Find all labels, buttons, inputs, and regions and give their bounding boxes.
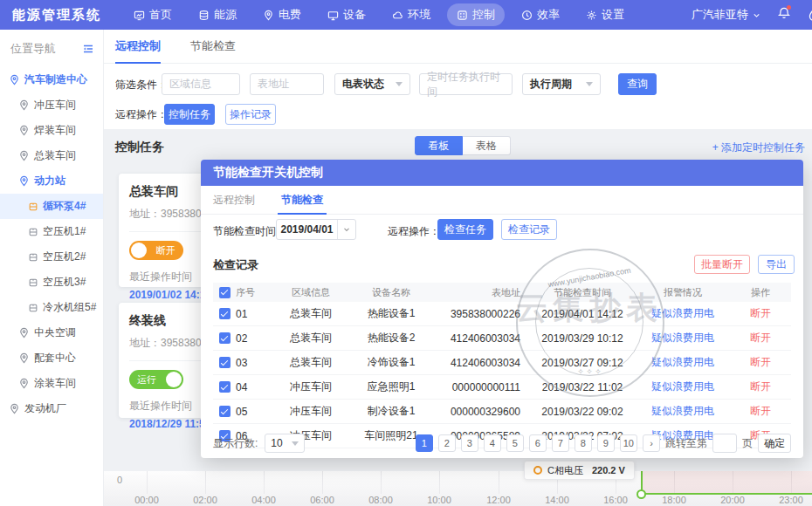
cell-action[interactable]: 断开 bbox=[730, 331, 791, 345]
region-input[interactable]: 区域信息 bbox=[162, 73, 240, 95]
meter-status-select[interactable]: 电表状态 bbox=[334, 73, 410, 95]
chart-tooltip: C相电压 220.2 V bbox=[524, 461, 635, 480]
rows-label: 显示行数: bbox=[213, 436, 258, 451]
power-toggle-off[interactable]: 断开 bbox=[129, 241, 183, 260]
nav-item-home[interactable]: 首页 bbox=[124, 3, 182, 26]
sidebar-item-6[interactable]: 循环泵4# bbox=[0, 194, 103, 219]
nav-item-energy[interactable]: 能源 bbox=[189, 3, 246, 26]
tab-remote-control[interactable]: 远程控制 bbox=[115, 30, 161, 63]
sidebar-item-4[interactable]: 总装车间 bbox=[0, 143, 103, 168]
nav-item-control[interactable]: 控制 bbox=[447, 3, 505, 26]
sidebar-item-12[interactable]: 配套中心 bbox=[0, 345, 103, 371]
location-pin-icon bbox=[9, 403, 20, 414]
notification-bell-icon[interactable] bbox=[777, 6, 791, 24]
water-drop-icon[interactable] bbox=[807, 8, 812, 22]
sidebar-item-7[interactable]: 空压机1# bbox=[0, 219, 103, 244]
sidebar-item-5[interactable]: 动力站 bbox=[0, 168, 103, 194]
nav-item-electricity[interactable]: 电费 bbox=[253, 3, 311, 26]
page-button-9[interactable]: 9 bbox=[597, 434, 615, 452]
tab-energy-check[interactable]: 节能检查 bbox=[190, 30, 236, 63]
gridline bbox=[322, 471, 323, 494]
sidebar-item-label: 配套中心 bbox=[34, 351, 76, 366]
jump-page-input[interactable] bbox=[712, 434, 737, 453]
rows-per-page-select[interactable]: 10 bbox=[265, 434, 305, 453]
modal-tab-saving[interactable]: 节能检查 bbox=[281, 186, 323, 214]
select-all-checkbox[interactable] bbox=[213, 287, 236, 298]
nav-item-label: 能源 bbox=[214, 7, 237, 23]
meter-address-input[interactable]: 表地址 bbox=[250, 73, 324, 95]
home-icon bbox=[134, 10, 145, 21]
cell-action[interactable]: 断开 bbox=[730, 404, 791, 419]
cell-action[interactable]: 断开 bbox=[730, 306, 791, 321]
cell-device: 热能设备2 bbox=[351, 331, 431, 345]
view-board-button[interactable]: 看板 bbox=[415, 136, 463, 155]
next-page-button[interactable]: › bbox=[643, 434, 660, 452]
remote-ops-label: 远程操作： bbox=[115, 107, 168, 122]
page-button-8[interactable]: 8 bbox=[575, 434, 592, 452]
row-checkbox[interactable] bbox=[213, 357, 236, 368]
page-button-4[interactable]: 4 bbox=[484, 434, 501, 452]
page-button-6[interactable]: 6 bbox=[529, 434, 547, 452]
sidebar-item-1[interactable]: 汽车制造中心 bbox=[0, 67, 103, 92]
company-dropdown[interactable]: 广汽菲亚特 bbox=[692, 7, 761, 23]
check-date-select[interactable]: 2019/04/01 bbox=[276, 219, 356, 240]
sidebar-item-10[interactable]: 冷水机组5# bbox=[0, 295, 103, 320]
page-button-1[interactable]: 1 bbox=[416, 434, 433, 452]
series-value: 220.2 V bbox=[592, 465, 625, 475]
cycle-select[interactable]: 执行周期 bbox=[522, 73, 601, 95]
check-task-button[interactable]: 检查任务 bbox=[437, 219, 493, 240]
row-checkbox[interactable] bbox=[213, 381, 236, 393]
add-scheduled-task-link[interactable]: + 添加定时控制任务 bbox=[712, 140, 805, 155]
location-pin-icon bbox=[18, 175, 30, 187]
export-button[interactable]: 导出 bbox=[758, 255, 795, 274]
sidebar-item-11[interactable]: 中央空调 bbox=[0, 320, 103, 345]
page-button-10[interactable]: 10 bbox=[620, 434, 637, 452]
confirm-button[interactable]: 确定 bbox=[758, 434, 791, 453]
sidebar-item-8[interactable]: 空压机2# bbox=[0, 244, 103, 270]
cell-action[interactable]: 断开 bbox=[730, 355, 791, 370]
modal-ops-label: 远程操作： bbox=[388, 224, 440, 239]
settings-icon bbox=[586, 10, 597, 21]
location-tree: 汽车制造中心冲压车间焊装车间总装车间动力站循环泵4#空压机1#空压机2#空压机3… bbox=[0, 67, 103, 421]
sidebar-item-2[interactable]: 冲压车间 bbox=[0, 92, 103, 118]
sidebar-item-13[interactable]: 涂装车间 bbox=[0, 371, 103, 396]
column-header: 表地址 bbox=[431, 286, 529, 299]
control-icon bbox=[457, 10, 468, 21]
sidebar-item-label: 发动机厂 bbox=[24, 401, 66, 416]
page-button-2[interactable]: 2 bbox=[438, 434, 456, 452]
sidebar-title: 位置导航 bbox=[10, 41, 56, 57]
page-button-7[interactable]: 7 bbox=[552, 434, 569, 452]
cell-action[interactable]: 断开 bbox=[730, 380, 791, 394]
batch-disconnect-button[interactable]: 批量断开 bbox=[694, 255, 750, 274]
nav-item-devices[interactable]: 设备 bbox=[318, 3, 375, 26]
sidebar-item-14[interactable]: 发动机厂 bbox=[0, 396, 103, 421]
efficiency-icon bbox=[521, 10, 533, 21]
check-record-button[interactable]: 检查记录 bbox=[501, 219, 557, 240]
collapse-menu-icon[interactable] bbox=[82, 43, 94, 55]
nav-item-environment[interactable]: 环境 bbox=[382, 3, 440, 26]
row-checkbox[interactable] bbox=[213, 406, 236, 417]
energy-check-modal: 节能检查开关机控制 远程控制 节能检查 节能检查时间： 2019/04/01 远… bbox=[201, 160, 803, 458]
power-toggle-on[interactable]: 运行 bbox=[129, 370, 183, 389]
main-nav: 首页能源电费设备环境控制效率设置 bbox=[124, 3, 634, 26]
row-checkbox[interactable] bbox=[213, 308, 236, 319]
page-button-5[interactable]: 5 bbox=[506, 434, 524, 452]
sidebar-item-label: 汽车制造中心 bbox=[24, 72, 87, 87]
task-time-input[interactable]: 定时任务执行时间 bbox=[419, 73, 513, 95]
nav-item-efficiency[interactable]: 效率 bbox=[512, 3, 569, 26]
sidebar-item-9[interactable]: 空压机3# bbox=[0, 270, 103, 295]
sidebar-item-label: 总装车间 bbox=[34, 148, 76, 163]
modal-tab-remote[interactable]: 远程控制 bbox=[213, 186, 255, 214]
view-table-button[interactable]: 表格 bbox=[463, 136, 511, 155]
column-header: 操作 bbox=[730, 286, 791, 299]
equipment-icon bbox=[28, 303, 38, 313]
operation-record-button[interactable]: 操作记录 bbox=[225, 104, 276, 125]
sidebar-item-3[interactable]: 焊装车间 bbox=[0, 118, 103, 143]
page-button-3[interactable]: 3 bbox=[461, 434, 478, 452]
row-checkbox[interactable] bbox=[213, 332, 236, 344]
nav-item-settings[interactable]: 设置 bbox=[576, 3, 634, 26]
cell-area: 总装车间 bbox=[271, 306, 351, 321]
sidebar-item-label: 空压机2# bbox=[43, 250, 86, 264]
search-button[interactable]: 查询 bbox=[618, 73, 657, 95]
control-task-button[interactable]: 控制任务 bbox=[164, 104, 215, 125]
